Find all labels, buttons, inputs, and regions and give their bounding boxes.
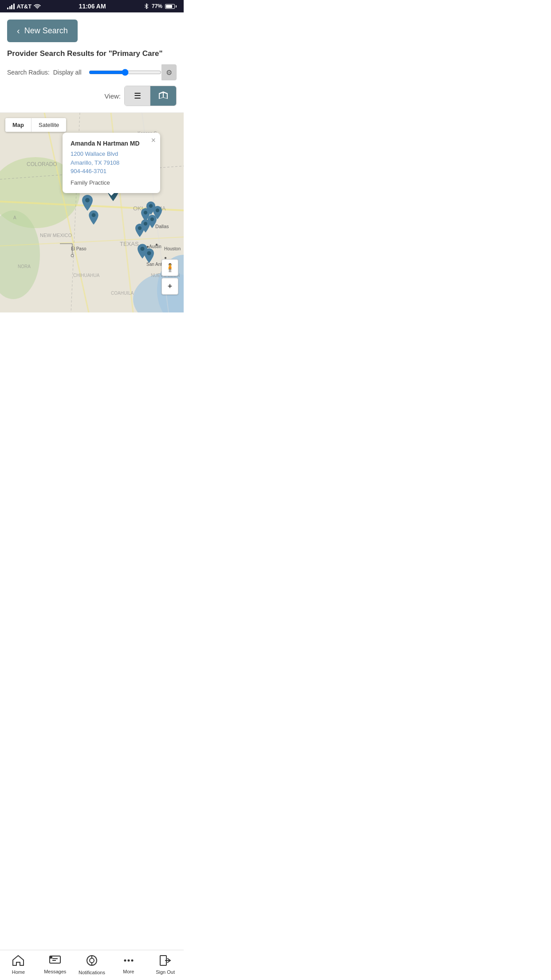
status-left: AT&T xyxy=(7,3,41,10)
map-type-map-button[interactable]: Map xyxy=(5,118,31,132)
svg-point-40 xyxy=(149,204,153,208)
search-radius-value: Display all xyxy=(53,69,82,76)
signal-icon xyxy=(7,4,15,9)
map-pin-nm2[interactable] xyxy=(89,210,98,225)
svg-text:A: A xyxy=(13,215,16,220)
street-view-icon: 🧍 xyxy=(165,263,175,273)
new-search-label: New Search xyxy=(24,26,68,36)
popup-specialty: Family Practice xyxy=(71,179,152,186)
open-book-icon xyxy=(158,91,169,99)
svg-text:El Paso: El Paso xyxy=(71,246,87,251)
back-chevron-icon: ‹ xyxy=(17,26,20,36)
popup-address-line1: 1200 Wallace Blvd xyxy=(71,150,118,157)
new-search-button[interactable]: ‹ New Search xyxy=(7,20,78,42)
zoom-in-icon: + xyxy=(168,282,173,291)
search-radius-row: Search Radius: Display all ⚙ xyxy=(7,64,177,80)
svg-point-44 xyxy=(144,222,147,225)
popup-phone[interactable]: 904-446-3701 xyxy=(71,168,106,174)
status-time: 11:06 AM xyxy=(79,3,106,10)
radius-toggle-button[interactable]: ⚙ xyxy=(161,64,177,80)
svg-text:NEW MEXICO: NEW MEXICO xyxy=(40,233,72,238)
svg-point-0 xyxy=(37,8,38,9)
battery-icon xyxy=(165,4,177,9)
svg-point-41 xyxy=(156,209,159,212)
map-container: COLORADO A NORA NEW MEXICO NEBRASKA OKLA… xyxy=(0,113,184,312)
map-controls: 🧍 + xyxy=(161,259,178,295)
svg-text:Houston: Houston xyxy=(164,246,181,251)
map-type-toggle: Map Satellite xyxy=(5,118,66,132)
svg-text:CHIHUAHUA: CHIHUAHUA xyxy=(73,273,100,278)
wifi-icon xyxy=(34,4,41,9)
list-icon: ☰ xyxy=(134,91,141,101)
popup-provider-name: Amanda N Hartman MD xyxy=(71,140,152,147)
battery-percent: 77% xyxy=(152,3,162,9)
map-pin-austin2[interactable] xyxy=(144,248,154,263)
map-type-satellite-button[interactable]: Satellite xyxy=(31,118,66,132)
search-radius-label: Search Radius: xyxy=(7,69,50,76)
popup-address: 1200 Wallace Blvd Amarillo, TX 79108 904… xyxy=(71,150,152,176)
svg-text:NORA: NORA xyxy=(18,264,31,269)
map-pin-dallas6[interactable] xyxy=(135,224,144,237)
zoom-in-button[interactable]: + xyxy=(161,278,178,295)
bluetooth-icon xyxy=(144,3,149,9)
view-toggle: ☰ xyxy=(124,86,177,106)
carrier-label: AT&T xyxy=(17,3,32,10)
svg-point-39 xyxy=(92,213,96,217)
svg-point-37 xyxy=(85,198,90,202)
street-view-button[interactable]: 🧍 xyxy=(161,259,178,276)
svg-text:TEXAS: TEXAS xyxy=(120,241,139,247)
radius-input-wrap: ⚙ xyxy=(89,64,177,80)
popup-address-line2: Amarillo, TX 79108 xyxy=(71,159,119,166)
svg-point-43 xyxy=(150,217,154,221)
view-row: View: ☰ xyxy=(7,86,177,106)
map-view-button[interactable] xyxy=(150,86,176,106)
status-bar: AT&T 11:06 AM 77% xyxy=(0,0,184,12)
map-icon xyxy=(158,91,169,102)
svg-point-42 xyxy=(144,211,147,214)
view-label: View: xyxy=(105,92,121,100)
svg-text:Dallas: Dallas xyxy=(155,224,169,229)
radius-slider[interactable] xyxy=(89,64,161,80)
map-pin-nm[interactable] xyxy=(82,195,93,211)
status-right: 77% xyxy=(144,3,177,9)
list-view-button[interactable]: ☰ xyxy=(125,86,150,106)
search-title: Provider Search Results for "Primary Car… xyxy=(7,49,177,58)
svg-point-47 xyxy=(147,251,151,255)
popup-close-button[interactable]: × xyxy=(151,136,156,144)
svg-text:COLORADO: COLORADO xyxy=(27,161,57,167)
header: ‹ New Search Provider Search Results for… xyxy=(0,12,184,113)
svg-text:COAHUILA: COAHUILA xyxy=(111,291,134,296)
svg-point-45 xyxy=(138,226,142,230)
toggle-icon: ⚙ xyxy=(166,68,172,77)
map-popup: × Amanda N Hartman MD 1200 Wallace Blvd … xyxy=(63,133,160,193)
